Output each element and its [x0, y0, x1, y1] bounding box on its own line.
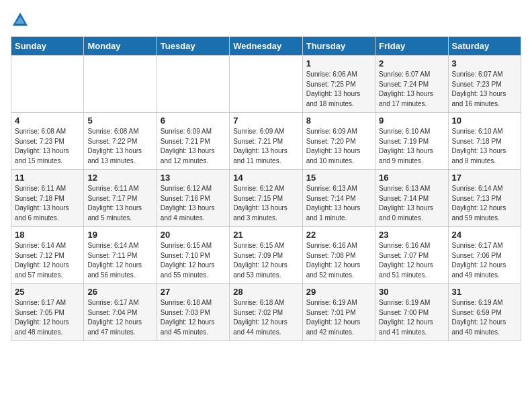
day-number: 11	[15, 173, 80, 183]
day-info: Sunrise: 6:08 AM Sunset: 7:23 PM Dayligh…	[15, 127, 80, 166]
day-number: 6	[161, 116, 226, 126]
day-cell: 8Sunrise: 6:09 AM Sunset: 7:20 PM Daylig…	[302, 113, 375, 170]
day-cell: 2Sunrise: 6:07 AM Sunset: 7:24 PM Daylig…	[375, 56, 448, 113]
day-number: 14	[233, 173, 298, 183]
day-info: Sunrise: 6:13 AM Sunset: 7:14 PM Dayligh…	[306, 184, 371, 223]
day-number: 13	[161, 173, 226, 183]
day-info: Sunrise: 6:19 AM Sunset: 6:59 PM Dayligh…	[452, 298, 517, 337]
week-row-4: 18Sunrise: 6:14 AM Sunset: 7:12 PM Dayli…	[11, 227, 521, 284]
day-info: Sunrise: 6:18 AM Sunset: 7:03 PM Dayligh…	[161, 298, 226, 337]
day-cell: 31Sunrise: 6:19 AM Sunset: 6:59 PM Dayli…	[448, 284, 521, 341]
day-info: Sunrise: 6:14 AM Sunset: 7:11 PM Dayligh…	[87, 241, 152, 280]
day-number: 16	[379, 173, 444, 183]
day-number: 1	[306, 58, 371, 68]
day-number: 30	[379, 287, 444, 297]
day-cell	[157, 56, 229, 113]
column-header-sunday: Sunday	[11, 37, 84, 56]
day-number: 26	[87, 287, 152, 297]
column-header-thursday: Thursday	[302, 37, 375, 56]
day-info: Sunrise: 6:17 AM Sunset: 7:06 PM Dayligh…	[452, 241, 517, 280]
day-info: Sunrise: 6:09 AM Sunset: 7:21 PM Dayligh…	[233, 127, 298, 166]
day-cell: 17Sunrise: 6:14 AM Sunset: 7:13 PM Dayli…	[448, 170, 521, 227]
day-cell: 13Sunrise: 6:12 AM Sunset: 7:16 PM Dayli…	[157, 170, 229, 227]
day-info: Sunrise: 6:15 AM Sunset: 7:10 PM Dayligh…	[161, 241, 226, 280]
day-number: 19	[87, 230, 152, 240]
column-header-tuesday: Tuesday	[157, 37, 229, 56]
week-row-1: 1Sunrise: 6:06 AM Sunset: 7:25 PM Daylig…	[11, 56, 521, 113]
day-info: Sunrise: 6:17 AM Sunset: 7:04 PM Dayligh…	[87, 298, 152, 337]
day-number: 27	[161, 287, 226, 297]
day-cell: 23Sunrise: 6:16 AM Sunset: 7:07 PM Dayli…	[375, 227, 448, 284]
day-info: Sunrise: 6:09 AM Sunset: 7:20 PM Dayligh…	[306, 127, 371, 166]
day-number: 31	[452, 287, 517, 297]
day-info: Sunrise: 6:17 AM Sunset: 7:05 PM Dayligh…	[15, 298, 80, 337]
calendar-body: 1Sunrise: 6:06 AM Sunset: 7:25 PM Daylig…	[11, 56, 521, 341]
logo-icon	[11, 11, 30, 30]
day-cell: 4Sunrise: 6:08 AM Sunset: 7:23 PM Daylig…	[11, 113, 84, 170]
day-number: 8	[306, 116, 371, 126]
day-info: Sunrise: 6:14 AM Sunset: 7:13 PM Dayligh…	[452, 184, 517, 223]
day-number: 3	[452, 58, 517, 68]
day-cell: 19Sunrise: 6:14 AM Sunset: 7:11 PM Dayli…	[84, 227, 157, 284]
day-number: 12	[87, 173, 152, 183]
column-header-wednesday: Wednesday	[230, 37, 302, 56]
day-cell: 30Sunrise: 6:19 AM Sunset: 7:00 PM Dayli…	[375, 284, 448, 341]
day-cell: 12Sunrise: 6:11 AM Sunset: 7:17 PM Dayli…	[84, 170, 157, 227]
day-number: 10	[452, 116, 517, 126]
day-number: 18	[15, 230, 80, 240]
day-cell: 11Sunrise: 6:11 AM Sunset: 7:18 PM Dayli…	[11, 170, 84, 227]
day-number: 24	[452, 230, 517, 240]
week-row-2: 4Sunrise: 6:08 AM Sunset: 7:23 PM Daylig…	[11, 113, 521, 170]
day-info: Sunrise: 6:11 AM Sunset: 7:17 PM Dayligh…	[87, 184, 152, 223]
day-number: 4	[15, 116, 80, 126]
day-cell: 15Sunrise: 6:13 AM Sunset: 7:14 PM Dayli…	[302, 170, 375, 227]
day-number: 22	[306, 230, 371, 240]
day-info: Sunrise: 6:14 AM Sunset: 7:12 PM Dayligh…	[15, 241, 80, 280]
day-info: Sunrise: 6:19 AM Sunset: 7:01 PM Dayligh…	[306, 298, 371, 337]
day-number: 28	[233, 287, 298, 297]
day-number: 23	[379, 230, 444, 240]
day-cell: 7Sunrise: 6:09 AM Sunset: 7:21 PM Daylig…	[230, 113, 302, 170]
day-cell	[230, 56, 302, 113]
day-info: Sunrise: 6:09 AM Sunset: 7:21 PM Dayligh…	[161, 127, 226, 166]
day-info: Sunrise: 6:11 AM Sunset: 7:18 PM Dayligh…	[15, 184, 80, 223]
day-cell: 26Sunrise: 6:17 AM Sunset: 7:04 PM Dayli…	[84, 284, 157, 341]
column-header-friday: Friday	[375, 37, 448, 56]
day-cell: 16Sunrise: 6:13 AM Sunset: 7:14 PM Dayli…	[375, 170, 448, 227]
day-info: Sunrise: 6:19 AM Sunset: 7:00 PM Dayligh…	[379, 298, 444, 337]
day-info: Sunrise: 6:08 AM Sunset: 7:22 PM Dayligh…	[87, 127, 152, 166]
day-info: Sunrise: 6:07 AM Sunset: 7:23 PM Dayligh…	[452, 70, 517, 109]
day-number: 25	[15, 287, 80, 297]
day-info: Sunrise: 6:06 AM Sunset: 7:25 PM Dayligh…	[306, 70, 371, 109]
week-row-5: 25Sunrise: 6:17 AM Sunset: 7:05 PM Dayli…	[11, 284, 521, 341]
day-cell	[11, 56, 84, 113]
day-info: Sunrise: 6:16 AM Sunset: 7:08 PM Dayligh…	[306, 241, 371, 280]
day-cell: 20Sunrise: 6:15 AM Sunset: 7:10 PM Dayli…	[157, 227, 229, 284]
day-cell: 9Sunrise: 6:10 AM Sunset: 7:19 PM Daylig…	[375, 113, 448, 170]
day-number: 7	[233, 116, 298, 126]
calendar-header-row: SundayMondayTuesdayWednesdayThursdayFrid…	[11, 37, 521, 56]
day-number: 20	[161, 230, 226, 240]
day-info: Sunrise: 6:16 AM Sunset: 7:07 PM Dayligh…	[379, 241, 444, 280]
day-cell: 24Sunrise: 6:17 AM Sunset: 7:06 PM Dayli…	[448, 227, 521, 284]
day-number: 5	[87, 116, 152, 126]
day-info: Sunrise: 6:13 AM Sunset: 7:14 PM Dayligh…	[379, 184, 444, 223]
day-cell: 3Sunrise: 6:07 AM Sunset: 7:23 PM Daylig…	[448, 56, 521, 113]
day-info: Sunrise: 6:12 AM Sunset: 7:15 PM Dayligh…	[233, 184, 298, 223]
day-number: 2	[379, 58, 444, 68]
calendar-table: SundayMondayTuesdayWednesdayThursdayFrid…	[11, 36, 521, 341]
day-cell: 1Sunrise: 6:06 AM Sunset: 7:25 PM Daylig…	[302, 56, 375, 113]
day-number: 21	[233, 230, 298, 240]
page-header	[11, 11, 521, 30]
day-cell: 14Sunrise: 6:12 AM Sunset: 7:15 PM Dayli…	[230, 170, 302, 227]
day-info: Sunrise: 6:10 AM Sunset: 7:19 PM Dayligh…	[379, 127, 444, 166]
logo	[11, 11, 32, 30]
day-number: 29	[306, 287, 371, 297]
day-info: Sunrise: 6:18 AM Sunset: 7:02 PM Dayligh…	[233, 298, 298, 337]
day-cell: 6Sunrise: 6:09 AM Sunset: 7:21 PM Daylig…	[157, 113, 229, 170]
week-row-3: 11Sunrise: 6:11 AM Sunset: 7:18 PM Dayli…	[11, 170, 521, 227]
column-header-monday: Monday	[84, 37, 157, 56]
day-number: 15	[306, 173, 371, 183]
day-cell: 29Sunrise: 6:19 AM Sunset: 7:01 PM Dayli…	[302, 284, 375, 341]
day-cell: 5Sunrise: 6:08 AM Sunset: 7:22 PM Daylig…	[84, 113, 157, 170]
